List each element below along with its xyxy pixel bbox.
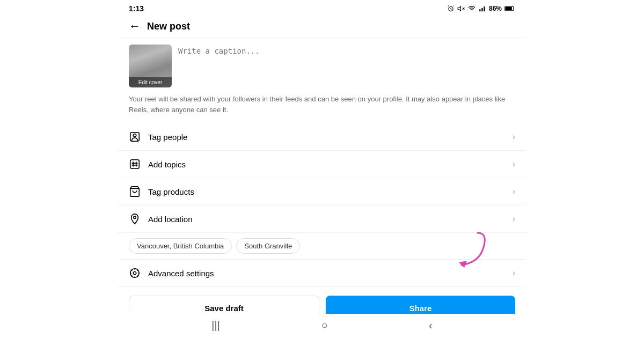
- add-topics-chevron: ›: [513, 159, 515, 169]
- page-title: New post: [147, 21, 190, 32]
- advanced-settings-wrapper: Advanced settings ›: [118, 260, 526, 287]
- add-topics-left: Add topics: [129, 158, 186, 170]
- svg-rect-7: [506, 7, 512, 10]
- hashtag-frame-icon: [129, 158, 141, 170]
- add-topics-item[interactable]: Add topics ›: [118, 151, 526, 178]
- add-location-label: Add location: [148, 215, 193, 224]
- location-chip-south-granville[interactable]: South Granville: [236, 238, 300, 254]
- tag-people-chevron: ›: [513, 132, 515, 142]
- svg-point-9: [133, 134, 136, 137]
- location-chip-vancouver[interactable]: Vancouver, British Columbia: [129, 238, 232, 254]
- share-button[interactable]: Share: [326, 296, 515, 314]
- edit-cover-label: Edit cover: [138, 79, 162, 85]
- advanced-settings-chevron: ›: [513, 268, 515, 278]
- bottom-nav: ||| ○ ‹: [118, 314, 526, 338]
- svg-rect-3: [479, 9, 480, 11]
- edit-cover-overlay[interactable]: Edit cover: [129, 77, 172, 87]
- advanced-settings-left: Advanced settings: [129, 267, 214, 279]
- tag-products-chevron: ›: [513, 187, 515, 196]
- svg-rect-10: [130, 160, 140, 169]
- alarm-icon: [447, 5, 455, 12]
- tag-products-label: Tag products: [148, 187, 194, 196]
- add-location-chevron: ›: [513, 214, 515, 224]
- header: ← New post: [118, 15, 526, 38]
- advanced-settings-item[interactable]: Advanced settings ›: [118, 260, 526, 287]
- thumbnail-caption-row: Edit cover: [118, 38, 526, 94]
- caption-input[interactable]: [178, 45, 515, 77]
- tag-people-left: Tag people: [129, 131, 187, 143]
- svg-point-19: [133, 271, 136, 275]
- location-pin-icon: [129, 213, 141, 225]
- svg-rect-5: [484, 6, 485, 11]
- status-time: 1:13: [129, 4, 144, 13]
- save-draft-button[interactable]: Save draft: [129, 296, 319, 314]
- wifi-icon: [467, 5, 476, 12]
- add-location-left: Add location: [129, 213, 193, 225]
- battery-text: 86%: [489, 5, 502, 12]
- settings-circle-icon: [129, 267, 141, 279]
- phone-frame: 1:13 86%: [0, 0, 644, 338]
- tag-people-label: Tag people: [148, 133, 187, 142]
- mute-icon: [457, 5, 465, 12]
- nav-back-icon[interactable]: ‹: [429, 319, 433, 332]
- location-chip-vancouver-label: Vancouver, British Columbia: [137, 242, 224, 250]
- svg-point-16: [134, 216, 136, 219]
- location-chip-south-granville-label: South Granville: [244, 242, 292, 250]
- nav-menu-icon[interactable]: |||: [211, 319, 220, 332]
- status-bar: 1:13 86%: [118, 0, 526, 15]
- person-frame-icon: [129, 131, 141, 143]
- signal-icon: [479, 5, 486, 12]
- status-icons: 86%: [447, 5, 515, 12]
- reel-info-text: Your reel will be shared with your follo…: [118, 94, 526, 123]
- back-button[interactable]: ←: [129, 19, 141, 33]
- tag-people-item[interactable]: Tag people ›: [118, 123, 526, 151]
- add-location-item[interactable]: Add location ›: [118, 205, 526, 233]
- location-suggestions: Vancouver, British Columbia South Granvi…: [118, 233, 526, 260]
- tag-products-item[interactable]: Tag products ›: [118, 178, 526, 205]
- nav-home-icon[interactable]: ○: [321, 319, 327, 332]
- bag-frame-icon: [129, 186, 141, 197]
- video-thumbnail[interactable]: Edit cover: [129, 45, 172, 87]
- advanced-settings-label: Advanced settings: [148, 269, 214, 278]
- battery-icon: [504, 5, 515, 12]
- tag-products-left: Tag products: [129, 186, 194, 197]
- main-content: Edit cover Your reel will be shared with…: [118, 38, 526, 314]
- bottom-buttons: Save draft Share: [118, 287, 526, 314]
- svg-rect-4: [481, 8, 482, 11]
- add-topics-label: Add topics: [148, 160, 186, 169]
